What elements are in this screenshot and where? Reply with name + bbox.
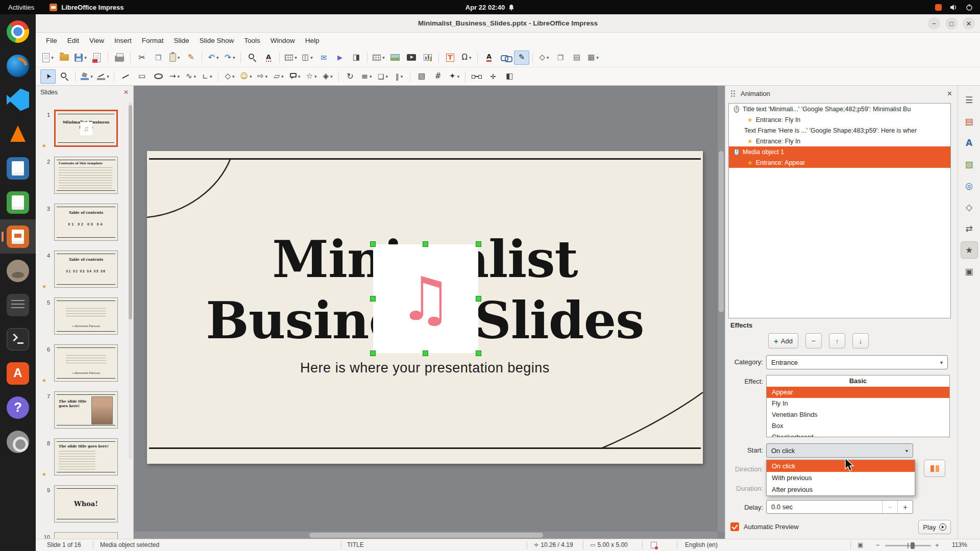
slide-thumbnail-preview[interactable]: —Someone Famous <box>54 344 118 382</box>
slide-thumbnail-preview[interactable]: Table of contents 01 02 03 04 <box>54 204 118 241</box>
basic-shapes-tool[interactable]: ◇ ▾ <box>222 69 237 84</box>
sidebar-menu-icon[interactable]: ☰ <box>961 91 978 109</box>
ubuntu-software-icon[interactable] <box>0 356 36 390</box>
shapes-deck-icon[interactable]: ◇ <box>961 198 978 216</box>
start-dropdown[interactable]: On click ▾ <box>766 443 913 458</box>
slide-editing-area[interactable]: Minimalist Business Slides Here is where… <box>147 151 703 464</box>
settings-icon[interactable] <box>0 424 36 459</box>
rectangle-tool[interactable]: ▭ <box>134 69 150 84</box>
slide-transition-deck-icon[interactable]: ⇄ <box>961 220 978 237</box>
insert-line-tool[interactable] <box>118 69 133 84</box>
table-button[interactable]: ▾ <box>283 51 299 65</box>
properties-deck-icon[interactable]: ▤ <box>961 113 978 130</box>
slide-thumbnail-4[interactable]: 4 ★ Table of contents 01 02 03 04 05 06 <box>36 249 133 296</box>
animation-deck-icon[interactable]: ★ <box>961 241 978 259</box>
selection-handle[interactable] <box>476 241 481 247</box>
insert-comment-button[interactable]: ✉ <box>316 51 331 65</box>
hyperlink-button[interactable] <box>498 51 513 65</box>
redo-button[interactable]: ↷ ▾ <box>222 51 237 65</box>
menu-edit[interactable]: Edit <box>62 35 84 46</box>
print-button[interactable] <box>112 51 127 65</box>
slides-panel-close-icon[interactable]: ✕ <box>124 89 129 96</box>
libreoffice-writer-icon[interactable] <box>0 151 36 185</box>
copy-button[interactable]: ❐ <box>151 51 166 65</box>
stars-banners-tool[interactable]: ☆ ▾ <box>304 69 319 84</box>
align-objects-tool[interactable]: ≡ ▾ <box>359 69 374 84</box>
open-file-button[interactable] <box>57 51 72 65</box>
line-color-tool[interactable]: ▾ <box>95 69 111 84</box>
slide-thumbnail-6[interactable]: 6 ★ —Someone Famous <box>36 343 133 390</box>
effect-option[interactable]: Fly In <box>767 398 949 409</box>
animation-list-item[interactable]: ★ Entrance: Appear <box>729 157 950 168</box>
slide-thumbnail-preview[interactable]: The slide title goes here! <box>54 438 118 475</box>
zoom-out-button[interactable]: − <box>876 541 880 549</box>
menu-tools[interactable]: Tools <box>239 35 265 46</box>
toggle-extrusion-tool[interactable]: ◧ <box>502 69 517 84</box>
slide-thumbnail-preview[interactable]: Minimalist Business Slides ♫ <box>54 110 118 147</box>
display-mode-button[interactable]: ◨ <box>349 51 364 65</box>
glue-points-tool[interactable]: ✛ <box>485 69 501 84</box>
slide-thumbnail-preview[interactable]: The slide title goes here! <box>54 391 118 429</box>
show-draw-functions-button[interactable]: ✎ <box>514 51 529 65</box>
animation-panel-close-icon[interactable]: ✕ <box>947 90 952 97</box>
new-document-button[interactable]: ▾ <box>40 51 56 65</box>
slide-subtitle-text[interactable]: Here is where your presentation begins <box>147 360 703 376</box>
effect-option[interactable]: Checkerboard <box>767 432 949 437</box>
delay-spinner[interactable]: 0.0 sec − + <box>766 500 913 514</box>
slide-thumbnail-7[interactable]: 7 The slide title goes here! <box>36 390 133 437</box>
gimp-icon[interactable] <box>0 254 36 288</box>
libreoffice-impress-icon[interactable] <box>0 219 36 254</box>
image-filter-tool[interactable]: ✦ ▾ <box>447 69 462 84</box>
vlc-icon[interactable] <box>0 117 36 151</box>
vscode-icon[interactable] <box>0 83 36 117</box>
selection-handle[interactable] <box>423 350 428 356</box>
animation-list-item[interactable]: ★ Entrance: Fly In <box>729 114 950 125</box>
gallery-deck-icon[interactable]: ▨ <box>961 156 978 173</box>
libreoffice-calc-icon[interactable] <box>0 185 36 219</box>
3d-objects-tool[interactable]: ◈ ▾ <box>320 69 335 84</box>
selection-handle[interactable] <box>423 241 428 247</box>
move-effect-up-button[interactable]: ↑ <box>829 333 845 348</box>
zoom-pan-tool[interactable] <box>57 69 72 84</box>
select-tool[interactable]: ➤ <box>40 69 56 84</box>
effect-option[interactable]: Box <box>767 420 949 432</box>
points-tool[interactable] <box>469 69 484 84</box>
chrome-icon[interactable] <box>0 14 36 48</box>
flowchart-tool[interactable]: ▱ ▾ <box>271 69 286 84</box>
navigator-deck-icon[interactable]: ◎ <box>961 177 978 194</box>
styles-deck-icon[interactable]: A <box>961 134 978 152</box>
arrange-tool[interactable]: ❏ ▾ <box>375 69 390 84</box>
insert-table-button[interactable]: ▾ <box>371 51 386 65</box>
close-button[interactable]: ✕ <box>963 17 975 30</box>
connectors-tool[interactable]: ∟ ▾ <box>200 69 215 84</box>
focused-app-menu[interactable]: LibreOffice Impress <box>50 4 124 11</box>
remove-effect-button[interactable]: − <box>805 333 822 348</box>
insert-chart-button[interactable] <box>420 51 435 65</box>
selection-handle[interactable] <box>370 296 376 302</box>
delay-increase-button[interactable]: + <box>897 500 913 513</box>
ellipse-tool[interactable] <box>151 69 166 84</box>
maximize-button[interactable]: □ <box>945 17 958 30</box>
layout-status[interactable]: TITLE <box>347 541 364 548</box>
animation-list-item[interactable]: Title text 'Minimali...' 'Google Shape;4… <box>729 104 950 114</box>
slide-thumbnail-10[interactable]: 10 <box>36 531 133 539</box>
slide-thumbnail-preview[interactable]: Table of contents 01 02 03 04 05 06 <box>54 251 118 288</box>
terminal-icon[interactable] <box>0 322 36 356</box>
callouts-tool[interactable]: ▾ <box>287 69 303 84</box>
insert-shape-button[interactable]: ◇ ▾ <box>536 51 552 65</box>
fill-color-tool[interactable]: ▾ <box>79 69 94 84</box>
insert-text-box-button[interactable]: T <box>443 51 458 65</box>
start-option[interactable]: On click <box>767 460 915 472</box>
slide-layout-button[interactable]: ▦ ▾ <box>585 51 601 65</box>
font-color-button[interactable]: A <box>481 51 497 65</box>
slide-thumbnail-preview[interactable]: —Someone Famous <box>54 297 118 335</box>
automatic-preview-checkbox[interactable] <box>730 522 739 531</box>
slide-thumbnail-preview[interactable]: Whoa! <box>54 485 118 522</box>
slide-thumbnail-2[interactable]: 2 Contents of this template <box>36 156 133 203</box>
add-effect-button[interactable]: + Add <box>768 333 798 348</box>
system-status-area[interactable] <box>935 4 980 11</box>
start-option[interactable]: After previous <box>767 484 915 495</box>
paste-button[interactable]: ▾ <box>167 51 182 65</box>
symbol-shapes-tool[interactable]: ☺ ▾ <box>238 69 254 84</box>
menu-file[interactable]: File <box>41 35 62 46</box>
